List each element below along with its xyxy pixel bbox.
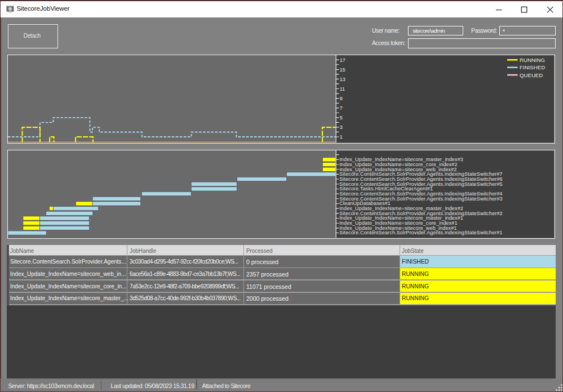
svg-text:9: 9 [340,95,343,101]
svg-text:1: 1 [340,134,343,140]
svg-text:QUEUED: QUEUED [520,72,543,78]
svg-text:15: 15 [340,66,345,72]
svg-text:Sitecore.ContentSearch.SolrPro: Sitecore.ContentSearch.SolrProvider.Agen… [339,230,503,235]
svg-text:17: 17 [340,57,345,63]
svg-text:RUNNING: RUNNING [520,56,545,63]
svg-text:FINISHED: FINISHED [520,64,545,70]
svg-text:11: 11 [340,86,345,91]
svg-text:7: 7 [340,105,343,111]
svg-text:5: 5 [340,115,343,121]
svg-text:3: 3 [340,124,343,130]
svg-text:13: 13 [340,76,345,82]
